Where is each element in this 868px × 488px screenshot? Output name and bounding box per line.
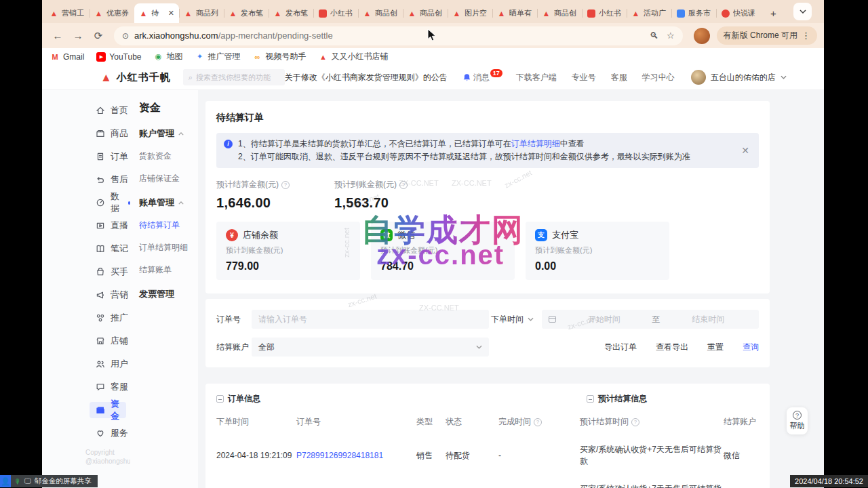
sidebar-item-营销[interactable]: 营销	[95, 287, 130, 303]
browser-tab[interactable]: ▲图片空	[448, 3, 492, 23]
browser-tab[interactable]: ▲营销工	[45, 3, 90, 23]
sidebar-item-售后[interactable]: 售后	[95, 171, 130, 188]
sidebar-item-数据[interactable]: 数据	[95, 195, 130, 211]
submenu-item-结算账单[interactable]: 结算账单	[139, 264, 198, 276]
search-icon[interactable]: 🔍︎	[650, 30, 658, 41]
query-button[interactable]: 查询	[743, 342, 759, 353]
messages-button[interactable]: 消息 17	[462, 72, 504, 83]
sidebar-item-服务[interactable]: 服务	[95, 425, 130, 441]
shop-account[interactable]: 五台山的佑佑的店	[691, 70, 787, 85]
submenu-item-待结算订单[interactable]: 待结算订单	[139, 220, 198, 231]
view-export-button[interactable]: 查看导出	[656, 342, 688, 353]
submenu-item-店铺保证金[interactable]: 店铺保证金	[139, 173, 198, 184]
settle-info-group[interactable]: 预计结算信息	[587, 393, 647, 405]
marketing-icon	[95, 289, 106, 300]
bookmark-Gmail[interactable]: MGmail	[50, 52, 84, 62]
settle-detail-link[interactable]: 订单结算明细	[511, 139, 560, 148]
forward-button[interactable]: →	[69, 27, 87, 45]
export-orders-button[interactable]: 导出订单	[604, 342, 637, 353]
bookmark-YouTube[interactable]: ▶YouTube	[96, 52, 141, 62]
help-icon[interactable]: ?	[534, 418, 542, 426]
heart-icon	[95, 428, 106, 439]
help-icon[interactable]: ?	[631, 418, 639, 426]
back-button[interactable]: ←	[49, 27, 66, 45]
bookmark-视频号助手[interactable]: ∞视频号助手	[253, 51, 307, 62]
sidebar-item-label: 客服	[111, 381, 128, 393]
new-tab-button[interactable]: +	[766, 7, 781, 19]
bookmark-又又小红书店铺[interactable]: ▲又又小红书店铺	[319, 51, 389, 62]
app-logo[interactable]: ▲ 小红书千帆	[100, 71, 171, 84]
bookmark-star-icon[interactable]: ☆	[667, 30, 675, 41]
submenu-item-货款资金[interactable]: 货款资金	[139, 150, 198, 162]
sidebar-item-店铺[interactable]: 店铺	[95, 333, 130, 349]
chrome-profile-avatar[interactable]	[694, 28, 710, 44]
collapse-icon[interactable]	[216, 395, 224, 403]
home-icon	[95, 105, 106, 116]
order-info-group[interactable]: 订单信息	[216, 393, 260, 405]
cell-order-no-link[interactable]: P728991269928418181	[296, 451, 416, 460]
sidebar-item-label: 用户	[111, 358, 128, 370]
chevron-down-icon	[476, 345, 482, 349]
sidebar-item-订单[interactable]: 订单	[95, 148, 130, 165]
browser-tab[interactable]: ▲晒单有	[492, 3, 537, 23]
close-icon[interactable]: ✕	[741, 144, 749, 157]
browser-tab[interactable]: ▲优惠券	[90, 3, 134, 23]
date-range-picker[interactable]: 开始时间 至 结束时间	[542, 310, 759, 329]
alipay-icon: 支	[535, 229, 547, 241]
help-icon[interactable]: ?	[281, 181, 290, 189]
submenu-item-订单结算明细[interactable]: 订单结算明细	[139, 242, 198, 253]
sidebar-item-资金[interactable]: 资金	[90, 402, 126, 418]
browser-tab[interactable]: 服务市	[671, 3, 716, 23]
reload-button[interactable]: ⟳	[90, 27, 107, 45]
submenu-group-账单管理[interactable]: 账单管理	[139, 197, 198, 209]
order-no-input[interactable]	[252, 310, 489, 329]
browser-tab[interactable]: 小红书	[313, 3, 358, 23]
header-link-学习中心[interactable]: 学习中心	[642, 72, 675, 83]
header-link-专业号[interactable]: 专业号	[572, 72, 596, 83]
submenu-group-账户管理[interactable]: 账户管理	[139, 127, 198, 140]
help-icon[interactable]: ?	[399, 181, 408, 189]
date-end-placeholder[interactable]: 结束时间	[665, 314, 753, 325]
sidebar-item-客服[interactable]: 客服	[95, 379, 130, 395]
browser-tab[interactable]: ▲商品创	[537, 3, 582, 23]
site-settings-icon[interactable]: ⊙	[122, 31, 129, 41]
tab-search-button[interactable]	[793, 3, 812, 20]
chrome-menu-icon[interactable]: ⋮	[802, 30, 810, 41]
bookmark-推广管理[interactable]: ✦推广管理	[195, 51, 241, 62]
help-button[interactable]: ? 帮助	[787, 407, 808, 434]
browser-tab[interactable]: ▲发布笔	[269, 3, 313, 23]
account-select[interactable]: 全部	[252, 338, 489, 357]
browser-tab[interactable]: 快说课	[716, 3, 761, 23]
browser-tab[interactable]: ▲待✕	[134, 3, 179, 23]
app-search-input[interactable]: ⌕ 搜索查找你想要的功能	[183, 69, 285, 85]
sidebar-item-首页[interactable]: 首页	[95, 102, 130, 119]
header-link-客服[interactable]: 客服	[611, 72, 627, 83]
sidebar-item-用户[interactable]: 用户	[95, 356, 130, 372]
announcement-link[interactable]: 关于修改《小红书商家发货管理规则》的公告	[285, 72, 448, 83]
card-head: 支支付宝	[535, 229, 660, 241]
browser-tab[interactable]: ▲商品列	[179, 3, 224, 23]
sidebar-item-直播[interactable]: 直播	[95, 218, 130, 234]
table-row: 2024-04-18 19:21:09P728991269928418181销售…	[216, 444, 759, 467]
sidebar-item-推广[interactable]: 推广	[95, 310, 130, 326]
browser-tab[interactable]: ▲发布笔	[224, 3, 269, 23]
browser-tab[interactable]: ▲商品创	[403, 3, 448, 23]
time-type-select[interactable]: 下单时间	[491, 314, 542, 325]
table-row: 2024-04-18 14:59:03P728975543190025671销售…	[216, 483, 759, 488]
tab-close-icon[interactable]: ✕	[168, 9, 174, 18]
header-link-下载客户端[interactable]: 下载客户端	[516, 72, 557, 83]
address-bar[interactable]: ⊙ ark.xiaohongshu.com/app-merchant/pendi…	[114, 26, 683, 45]
bookmark-地图[interactable]: ◉地图	[154, 51, 183, 62]
chrome-update-button[interactable]: 有新版 Chrome 可用 ⋮	[717, 26, 817, 45]
sidebar-item-买手[interactable]: 买手	[95, 264, 130, 280]
collapse-icon[interactable]	[587, 395, 594, 403]
reset-button[interactable]: 重置	[707, 342, 724, 353]
date-start-placeholder[interactable]: 开始时间	[560, 314, 648, 325]
sidebar-item-笔记[interactable]: 笔记	[95, 241, 130, 257]
browser-tab[interactable]: ▲商品创	[358, 3, 403, 23]
screen-share-indicator[interactable]: 👤 🎙︎ 🖵 邹金金的屏幕共享	[0, 475, 98, 487]
submenu-group-发票管理[interactable]: 发票管理	[139, 288, 198, 300]
browser-tab[interactable]: 小红书	[582, 3, 627, 23]
browser-tab[interactable]: ▲活动广	[627, 3, 671, 23]
sidebar-item-商品[interactable]: 商品	[95, 125, 130, 142]
